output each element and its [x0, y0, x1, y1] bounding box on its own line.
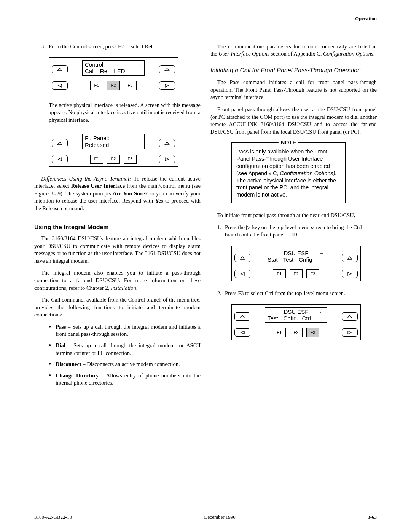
lcd-line1: Control:	[85, 61, 105, 68]
intro-paragraph: The communications parameters for remote…	[210, 43, 377, 58]
right-triangle-key[interactable]	[342, 328, 358, 337]
left-column: 3. From the Control screen, press F2 to …	[34, 43, 201, 391]
left-triangle-key[interactable]	[52, 155, 68, 163]
lcd-panel-dsu-1: DSU ESF → Stat Test Cnfig F1 F2 F3	[231, 246, 361, 282]
up-triangle-key[interactable]	[234, 254, 250, 262]
lcd-line2: Released	[85, 142, 142, 148]
lcd-options: Call Rel LED	[85, 68, 142, 74]
f2-key[interactable]: F2	[107, 155, 120, 164]
lcd-title: DSU ESF	[268, 250, 325, 256]
diff-paragraph: Differences Using the Async Terminal: To…	[34, 175, 201, 212]
right-triangle-key[interactable]	[342, 270, 358, 278]
opt-ctrl: Ctrl	[302, 315, 311, 321]
f1-key[interactable]: F1	[90, 155, 103, 164]
f2-key[interactable]: F2	[107, 81, 120, 90]
step-number: 2.	[210, 290, 225, 297]
footer-center: December 1996	[204, 514, 236, 521]
f1-key[interactable]: F1	[90, 81, 103, 90]
right-triangle-key[interactable]	[159, 81, 175, 90]
diff-lead: Differences Using the Async Terminal:	[41, 176, 134, 182]
up-triangle-key[interactable]	[52, 65, 68, 73]
note-box: NOTE Pass is only available when the Fro…	[231, 142, 346, 203]
step-number: 1.	[210, 224, 225, 239]
function-keys: F1 F2 F3	[250, 328, 342, 337]
lcd-screen: Ft. Panel: Released	[82, 134, 145, 149]
lcd-line1: Ft. Panel:	[85, 135, 109, 141]
page-footer: 3160-A2-GB22-10 December 1996 3-63	[34, 512, 377, 521]
para-after-panel1: The active physical interface is release…	[49, 102, 201, 124]
scroll-right-arrow-icon: →	[319, 250, 325, 256]
exit-triangle-key[interactable]	[342, 312, 358, 321]
modem-p3: The Call command, available from the Con…	[34, 296, 201, 319]
f1-key[interactable]: F1	[273, 269, 286, 278]
step-2: 2. Press F3 to select Ctrl from the top-…	[210, 290, 377, 297]
lcd-panel-dsu-2: DSU ESF ← Test Cnfig Ctrl F1 F2 F3	[231, 304, 361, 340]
opt-cnfig: Cnfig	[284, 315, 297, 321]
function-keys: F1 F2 F3	[250, 269, 342, 278]
opt-rel: Rel	[100, 68, 109, 74]
modem-p2: The integral modem also enables you to i…	[34, 269, 201, 292]
step-number: 3.	[34, 43, 49, 51]
step-text: Press F3 to select Ctrl from the top-lev…	[225, 290, 377, 297]
f2-key[interactable]: F2	[290, 269, 303, 278]
lcd-panel-released: Ft. Panel: Released F1 F2 F3	[49, 131, 178, 167]
lcd-screen: Control: → Call Rel LED	[82, 60, 145, 76]
lcd-options: Test Cnfig Ctrl	[268, 315, 325, 321]
opt-call: Call	[85, 68, 95, 74]
exit-triangle-key[interactable]	[342, 254, 358, 262]
footer-left: 3160-A2-GB22-10	[34, 514, 72, 521]
list-item: Dial – Sets up a call through the integr…	[49, 342, 201, 357]
heading-integral-modem: Using the Integral Modem	[34, 223, 201, 232]
note-title: NOTE	[279, 139, 298, 147]
lcd-title: DSU ESF	[268, 308, 325, 315]
header-section: Operation	[355, 16, 377, 21]
opt-cnfig: Cnfig	[299, 256, 312, 263]
function-keys: F1 F2 F3	[68, 155, 159, 164]
list-item: Pass – Sets up a call through the integr…	[49, 323, 201, 338]
up-triangle-key[interactable]	[234, 312, 250, 321]
lcd-panel-control: Control: → Call Rel LED F1 F2 F3	[49, 57, 178, 93]
up-triangle-key[interactable]	[52, 139, 68, 147]
opt-led: LED	[114, 68, 125, 74]
list-item: Change Directory – Allows entry of phone…	[49, 372, 201, 387]
modem-p1: The 3160/3164 DSU/CSUs feature an integr…	[34, 235, 201, 265]
f2-key[interactable]: F2	[290, 328, 303, 337]
right-triangle-icon: ▷	[246, 224, 251, 230]
exit-triangle-key[interactable]	[159, 65, 175, 73]
lcd-screen: DSU ESF ← Test Cnfig Ctrl	[265, 307, 327, 323]
modem-functions-list: Pass – Sets up a call through the integr…	[49, 323, 201, 387]
f1-key[interactable]: F1	[273, 328, 286, 337]
heading-initiating-call: Initiating a Call for Front Panel Pass-T…	[210, 66, 377, 75]
exit-triangle-key[interactable]	[159, 139, 175, 147]
scroll-left-arrow-icon: ←	[319, 308, 325, 315]
step-3: 3. From the Control screen, press F2 to …	[34, 43, 201, 51]
right-triangle-key[interactable]	[159, 155, 175, 163]
f3-key[interactable]: F3	[124, 155, 137, 164]
step-text: Press the ▷ key on the top-level menu sc…	[225, 224, 377, 239]
f3-key[interactable]: F3	[306, 269, 319, 278]
right-p1: The Pass command initiates a call for fr…	[210, 79, 377, 101]
left-triangle-key[interactable]	[234, 270, 250, 278]
opt-test: Test	[283, 256, 294, 263]
step-1: 1. Press the ▷ key on the top-level menu…	[210, 224, 377, 239]
right-p3: To initiate front panel pass-through at …	[210, 212, 377, 219]
page-header: Operation	[34, 15, 377, 24]
lcd-options: Stat Test Cnfig	[268, 256, 325, 263]
two-column-layout: 3. From the Control screen, press F2 to …	[34, 43, 377, 391]
list-item: Disconnect – Disconnects an active modem…	[49, 361, 201, 368]
right-p2: Front panel pass-through allows the user…	[210, 106, 377, 136]
lcd-screen: DSU ESF → Stat Test Cnfig	[265, 249, 327, 264]
function-keys: F1 F2 F3	[68, 81, 159, 90]
footer-right: 3-63	[368, 514, 377, 521]
opt-test: Test	[268, 315, 278, 321]
scroll-right-arrow-icon: →	[136, 61, 142, 68]
f3-key[interactable]: F3	[306, 328, 319, 337]
opt-stat: Stat	[268, 256, 278, 263]
step-text: From the Control screen, press F2 to sel…	[49, 43, 201, 51]
left-triangle-key[interactable]	[234, 328, 250, 337]
f3-key[interactable]: F3	[124, 81, 137, 90]
right-column: The communications parameters for remote…	[210, 43, 377, 391]
note-body: Pass is only available when the Front Pa…	[232, 143, 345, 203]
left-triangle-key[interactable]	[52, 81, 68, 90]
